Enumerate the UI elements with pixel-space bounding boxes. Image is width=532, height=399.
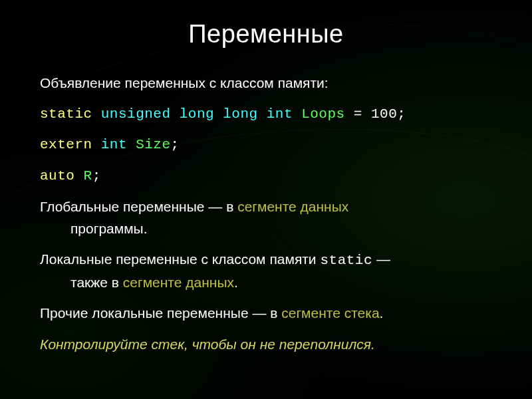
text: Прочие локальные переменные — в [40,305,281,321]
footnote: Контролируйте стек, чтобы он не переполн… [40,334,492,356]
code-line-2: extern int Size; [40,134,492,156]
identifier-loops: Loops [301,106,345,122]
segment-phrase: сегменте данных [237,199,348,214]
slide-body: Объявление переменных с классом памяти: … [40,72,492,355]
slide: Переменные Объявление переменных с класс… [0,0,532,399]
code-line-1: static unsigned long long int Loops = 10… [40,104,492,126]
segment-phrase: сегменте данных [123,275,234,290]
paragraph-globals: Глобальные переменные — в сегменте данны… [40,196,492,239]
code-tail: ; [92,168,101,184]
text-cont: программы. [40,221,148,236]
keyword-int: int [267,106,293,122]
text: Глобальные переменные — в [40,199,237,214]
text: . [380,305,384,321]
identifier-r: R [84,168,92,184]
keyword-long: long [223,106,257,122]
text: . [234,275,238,290]
intro-line: Объявление переменных с классом памяти: [40,72,492,94]
keyword-int: int [101,137,127,152]
slide-title: Переменные [40,20,492,49]
text: Локальные переменные с классом памяти [40,251,320,267]
text: также в [70,275,123,290]
code-tail: ; [171,137,180,152]
segment-phrase: сегменте стека [281,305,379,321]
text-cont: также в сегменте данных. [40,275,238,290]
keyword-extern: extern [40,137,92,152]
keyword-static-inline: static [320,253,372,268]
keyword-static: static [40,106,92,122]
paragraph-static-locals: Локальные переменные с классом памяти st… [40,249,492,293]
keyword-unsigned: unsigned [101,106,171,122]
code-line-3: auto R; [40,166,492,188]
keyword-auto: auto [40,168,74,184]
text: — [372,251,390,267]
paragraph-other-locals: Прочие локальные переменные — в сегменте… [40,303,492,325]
code-tail: = 100; [345,106,406,122]
keyword-long: long [180,106,214,122]
identifier-size: Size [136,137,170,152]
